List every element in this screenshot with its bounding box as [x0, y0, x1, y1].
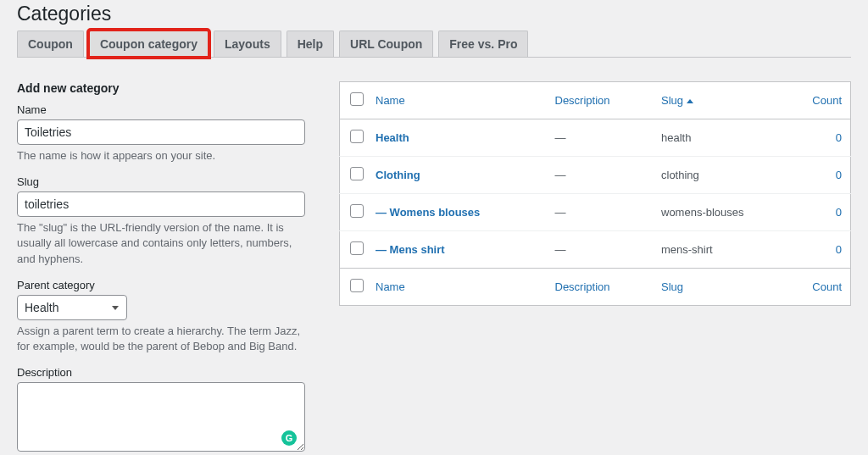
table-row: Clothing — clothing 0: [340, 157, 851, 194]
category-slug: health: [653, 119, 800, 157]
tab-url-coupon[interactable]: URL Coupon: [339, 31, 433, 57]
name-label: Name: [17, 103, 305, 116]
description-textarea[interactable]: [17, 382, 305, 452]
category-slug: mens-shirt: [653, 231, 800, 269]
sort-ascending-icon: [687, 99, 693, 103]
category-slug: clothing: [653, 157, 800, 194]
table-row: — Mens shirt — mens-shirt 0: [340, 231, 851, 269]
category-description: —: [547, 157, 654, 194]
tab-coupon-category[interactable]: Coupon category: [89, 31, 209, 57]
slug-input[interactable]: [17, 191, 305, 217]
add-category-form: Add new category Name The name is how it…: [17, 81, 305, 455]
category-count-link[interactable]: 0: [836, 243, 842, 256]
category-description: —: [547, 119, 654, 157]
category-name-link[interactable]: Health: [376, 131, 409, 144]
tab-free-vs-pro[interactable]: Free vs. Pro: [438, 31, 528, 57]
col-footer-name[interactable]: Name: [367, 269, 547, 306]
select-all-bottom[interactable]: [350, 279, 364, 292]
form-heading: Add new category: [17, 81, 305, 95]
tab-layouts[interactable]: Layouts: [214, 31, 281, 57]
category-count-link[interactable]: 0: [836, 206, 842, 219]
parent-label: Parent category: [17, 279, 305, 291]
col-header-description[interactable]: Description: [547, 82, 654, 119]
row-checkbox[interactable]: [350, 130, 364, 143]
parent-select[interactable]: Health: [17, 295, 127, 320]
tab-help[interactable]: Help: [287, 31, 334, 57]
slug-label: Slug: [17, 175, 305, 188]
select-all-top[interactable]: [350, 92, 364, 106]
col-footer-count[interactable]: Count: [800, 269, 851, 306]
table-row: — Womens blouses — womens-blouses 0: [340, 194, 851, 231]
categories-table: Name Description Slug Count Health — hea…: [339, 81, 851, 306]
category-description: —: [547, 231, 654, 269]
col-header-count[interactable]: Count: [800, 82, 851, 119]
row-checkbox[interactable]: [350, 241, 364, 255]
col-footer-description[interactable]: Description: [547, 269, 654, 306]
category-count-link[interactable]: 0: [836, 169, 842, 181]
grammarly-icon: [281, 430, 297, 446]
tab-coupon[interactable]: Coupon: [17, 31, 84, 57]
row-checkbox[interactable]: [350, 204, 364, 218]
col-header-slug[interactable]: Slug: [653, 82, 800, 119]
category-slug: womens-blouses: [653, 194, 800, 231]
slug-hint: The "slug" is the URL-friendly version o…: [17, 220, 305, 267]
name-hint: The name is how it appears on your site.: [17, 148, 305, 164]
category-description: —: [547, 194, 654, 231]
tabs-nav: Coupon Coupon category Layouts Help URL …: [17, 31, 851, 58]
category-name-link[interactable]: — Womens blouses: [376, 206, 480, 219]
col-footer-slug[interactable]: Slug: [653, 269, 800, 306]
col-header-name[interactable]: Name: [367, 82, 547, 119]
description-label: Description: [17, 366, 305, 379]
category-name-link[interactable]: — Mens shirt: [376, 243, 445, 256]
table-row: Health — health 0: [340, 119, 851, 157]
row-checkbox[interactable]: [350, 167, 364, 180]
page-title: Categories: [17, 0, 851, 31]
parent-hint: Assign a parent term to create a hierarc…: [17, 324, 305, 354]
category-count-link[interactable]: 0: [836, 131, 842, 144]
category-name-link[interactable]: Clothing: [376, 169, 420, 181]
name-input[interactable]: [17, 119, 305, 145]
